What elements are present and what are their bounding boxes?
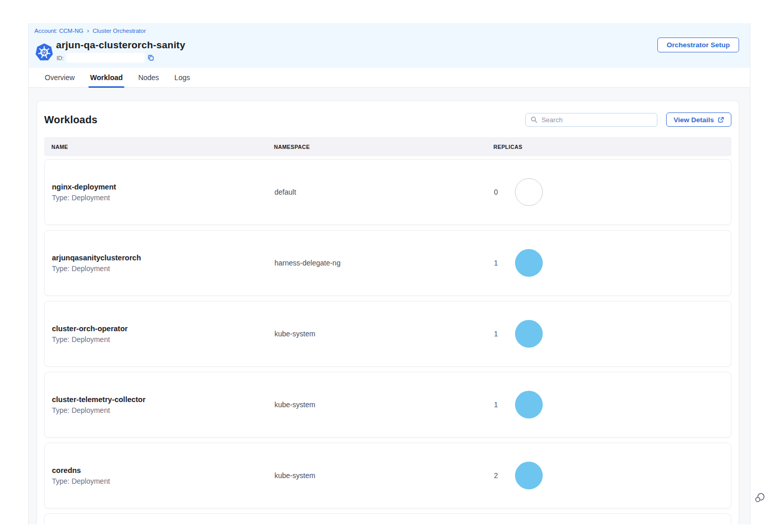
cluster-orchestrator-page: Account: CCM-NG › Cluster Orchestrator — [28, 23, 750, 525]
workload-replicas-cell: 1 — [494, 249, 731, 277]
cluster-id-redacted — [66, 53, 144, 63]
chevron-right-icon: › — [87, 28, 89, 34]
breadcrumb-account-link[interactable]: Account: CCM-NG — [34, 28, 83, 34]
replica-status-circle — [515, 249, 543, 277]
replica-count: 2 — [494, 471, 499, 480]
workload-name: arjunqasanityclusterorch — [52, 254, 274, 262]
workload-name-cell: coredns Type: Deployment — [52, 466, 274, 485]
workload-namespace: harness-delegate-ng — [274, 259, 494, 267]
cluster-id-row: ID: — [57, 53, 155, 63]
column-header-replicas: REPLICAS — [493, 144, 731, 150]
workload-name: coredns — [52, 466, 274, 474]
workload-type: Type: Deployment — [52, 264, 274, 273]
workload-namespace: default — [274, 188, 494, 196]
workload-name-cell: arjunqasanityclusterorch Type: Deploymen… — [52, 254, 274, 273]
table-header: NAME NAMESPACE REPLICAS — [44, 137, 731, 156]
replica-count: 1 — [494, 330, 499, 338]
id-label: ID: — [57, 55, 64, 61]
workload-name-cell: cluster-telemetry-collector Type: Deploy… — [52, 395, 274, 414]
kubernetes-icon — [34, 43, 54, 62]
app-root: Account: CCM-NG › Cluster Orchestrator — [0, 0, 772, 532]
workload-namespace: kube-system — [274, 330, 494, 338]
workload-replicas-cell: 2 — [494, 462, 731, 489]
replica-count: 1 — [494, 401, 499, 409]
replica-count: 1 — [494, 259, 499, 267]
column-header-namespace: NAMESPACE — [274, 144, 493, 150]
workload-type: Type: Deployment — [52, 335, 274, 344]
content-area: Workloads View Details — [29, 88, 750, 524]
workload-name: cluster-telemetry-collector — [52, 395, 274, 404]
workload-type: Type: Deployment — [52, 477, 274, 485]
breadcrumb-cluster-orchestrator-link[interactable]: Cluster Orchestrator — [93, 28, 146, 34]
search-box — [525, 113, 657, 127]
workload-rows: nginx-deployment Type: Deployment defaul… — [44, 159, 731, 524]
replica-status-circle — [515, 178, 543, 206]
workload-replicas-cell: 0 — [494, 178, 731, 206]
table-row-nginx-deployment[interactable]: nginx-deployment Type: Deployment defaul… — [44, 159, 731, 225]
workload-name-cell: nginx-deployment Type: Deployment — [52, 183, 274, 202]
breadcrumb: Account: CCM-NG › Cluster Orchestrator — [34, 28, 146, 34]
table-row-cluster-orch-operator[interactable]: cluster-orch-operator Type: Deployment k… — [44, 301, 731, 367]
workloads-panel-header: Workloads View Details — [37, 101, 739, 127]
page-header: Account: CCM-NG › Cluster Orchestrator — [29, 23, 750, 68]
replica-count: 0 — [494, 188, 499, 196]
workload-type: Type: Deployment — [52, 194, 274, 202]
workloads-title: Workloads — [44, 114, 98, 126]
replica-status-circle — [515, 462, 543, 489]
workloads-actions: View Details — [525, 112, 731, 127]
copy-icon[interactable] — [147, 54, 155, 62]
table-row-coredns[interactable]: coredns Type: Deployment kube-system 2 — [44, 443, 731, 508]
workload-replicas-cell: 1 — [494, 320, 731, 348]
replica-status-circle — [515, 391, 543, 419]
page-title: arjun-qa-clusterorch-sanity — [56, 40, 185, 51]
workload-name: nginx-deployment — [52, 183, 274, 191]
chat-icon[interactable] — [753, 491, 766, 504]
replica-status-circle — [515, 320, 543, 348]
tab-workload[interactable]: Workload — [88, 68, 124, 87]
search-input[interactable] — [541, 116, 652, 124]
tab-bar: Overview Workload Nodes Logs — [29, 68, 750, 88]
orchestrator-setup-button[interactable]: Orchestrator Setup — [657, 37, 739, 52]
workload-name-cell: cluster-orch-operator Type: Deployment — [52, 325, 274, 344]
column-header-name: NAME — [51, 144, 274, 150]
tab-nodes[interactable]: Nodes — [137, 68, 160, 87]
table-row-arjunqasanityclusterorch[interactable]: arjunqasanityclusterorch Type: Deploymen… — [44, 230, 731, 296]
workload-replicas-cell: 1 — [494, 391, 731, 419]
view-details-label: View Details — [673, 116, 714, 124]
workload-namespace: kube-system — [274, 401, 494, 409]
view-details-button[interactable]: View Details — [666, 112, 731, 127]
tab-logs[interactable]: Logs — [173, 68, 191, 87]
table-row-cluster-telemetry-collector[interactable]: cluster-telemetry-collector Type: Deploy… — [44, 372, 731, 438]
workloads-panel: Workloads View Details — [36, 101, 739, 524]
table-row-partial[interactable] — [44, 514, 731, 524]
workload-name: cluster-orch-operator — [52, 325, 274, 333]
external-link-icon — [718, 117, 724, 123]
workload-namespace: kube-system — [274, 471, 494, 480]
workload-type: Type: Deployment — [52, 406, 274, 414]
search-icon — [530, 116, 538, 123]
tab-overview[interactable]: Overview — [43, 68, 76, 87]
